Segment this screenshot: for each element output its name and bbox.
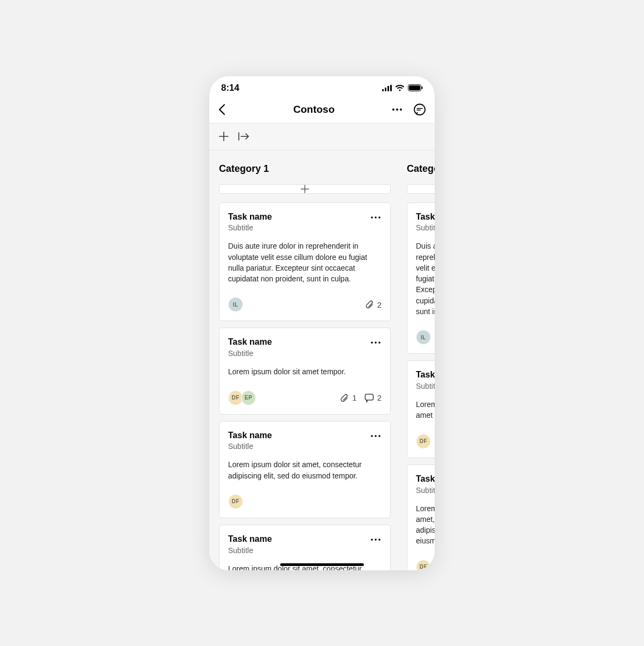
task-card[interactable]: Task name Subtitle Lorem ipsum dolor sit…: [407, 360, 435, 458]
plus-icon: [219, 132, 229, 141]
card-more-button[interactable]: [370, 430, 382, 440]
card-title: Task name: [228, 337, 272, 348]
card-description: Lorem ipsum dolor sit amet tempor.: [416, 399, 435, 421]
nav-more-button[interactable]: [391, 108, 404, 111]
card-description: Lorem ipsum dolor sit amet, consectetur …: [416, 503, 435, 547]
card-more-button[interactable]: [370, 337, 382, 346]
card-footer: DF: [416, 434, 435, 449]
avatar-group: DF: [416, 434, 429, 449]
expand-right-icon: [238, 132, 250, 141]
avatar-group: DF: [228, 494, 241, 509]
plus-icon: [301, 185, 309, 193]
svg-point-19: [375, 435, 377, 437]
card-more-button[interactable]: [370, 212, 382, 221]
battery-icon: [408, 84, 423, 91]
board[interactable]: Category 1 Task name Subtitle Duis aute …: [209, 150, 435, 570]
avatar-group: DF: [416, 560, 429, 570]
svg-point-18: [371, 435, 373, 437]
svg-rect-6: [422, 86, 423, 89]
card-subtitle: Subtitle: [228, 349, 272, 358]
more-horizontal-icon: [371, 341, 380, 344]
toolbar-expand-button[interactable]: [238, 132, 250, 141]
add-card-button[interactable]: [219, 184, 391, 194]
svg-point-10: [414, 104, 425, 115]
card-subtitle: Subtitle: [416, 486, 435, 495]
task-card[interactable]: Task name Subtitle Lorem ipsum dolor sit…: [219, 421, 391, 518]
page-frame: 8:14 Contoso: [0, 0, 644, 646]
card-title: Task name: [228, 534, 272, 545]
svg-point-13: [378, 216, 380, 219]
comment-icon: [364, 393, 374, 403]
svg-point-7: [392, 108, 394, 111]
phone-frame: 8:14 Contoso: [209, 76, 435, 570]
home-indicator: [280, 563, 364, 566]
card-title: Task name: [228, 212, 272, 223]
card-footer: DF: [416, 560, 435, 570]
status-bar: 8:14: [209, 76, 435, 97]
chat-button[interactable]: [413, 103, 426, 116]
avatar: EP: [241, 390, 256, 405]
avatar: IL: [228, 297, 243, 312]
nav-bar: Contoso: [209, 97, 435, 124]
svg-rect-1: [385, 88, 386, 91]
task-card[interactable]: Task name Subtitle Duis aute irure dolor…: [219, 202, 391, 322]
card-title: Task name: [416, 369, 435, 381]
task-card[interactable]: Task name Subtitle Duis aute irure dolor…: [407, 202, 435, 354]
column-title: Category 2: [407, 163, 435, 175]
card-title: Task name: [416, 212, 435, 223]
svg-rect-3: [390, 85, 392, 91]
card-subtitle: Subtitle: [228, 223, 272, 232]
card-description: Duis aute irure dolor in reprehenderit i…: [416, 241, 435, 317]
toolbar-add-button[interactable]: [219, 132, 229, 141]
svg-point-14: [371, 342, 373, 344]
card-description: Lorem ipsum dolor sit amet, consectetur …: [228, 459, 382, 481]
comment-count: 2: [364, 393, 382, 403]
task-card[interactable]: Task name Subtitle Lorem ipsum dolor sit…: [407, 464, 435, 570]
svg-rect-5: [409, 85, 420, 90]
board-column: Category 2 Task name Subtitle Duis aute …: [407, 163, 435, 570]
add-card-button[interactable]: [407, 184, 435, 194]
more-horizontal-icon: [371, 538, 380, 541]
back-button[interactable]: [218, 104, 225, 115]
svg-rect-0: [382, 89, 384, 91]
more-horizontal-icon: [392, 108, 402, 111]
avatar-group: DFEP: [228, 390, 254, 405]
svg-point-12: [375, 216, 377, 219]
page-title: Contoso: [237, 104, 391, 115]
avatar-group: IL: [228, 297, 241, 312]
svg-point-16: [378, 342, 380, 344]
card-title: Task name: [228, 430, 272, 441]
toolbar: [209, 124, 435, 150]
avatar: DF: [416, 434, 431, 449]
svg-point-11: [371, 216, 373, 219]
card-footer: DF: [228, 494, 382, 509]
avatar: DF: [416, 560, 431, 570]
svg-point-22: [375, 539, 377, 541]
avatar-group: IL: [416, 330, 429, 345]
svg-point-23: [378, 539, 380, 541]
status-time: 8:14: [221, 83, 239, 93]
cellular-icon: [382, 85, 392, 91]
column-title: Category 1: [219, 163, 391, 175]
avatar: IL: [416, 330, 431, 345]
card-more-button[interactable]: [370, 534, 382, 543]
board-column: Category 1 Task name Subtitle Duis aute …: [219, 163, 391, 570]
task-card[interactable]: Task name Subtitle Lorem ipsum dolor sit…: [219, 328, 391, 414]
svg-point-15: [375, 342, 377, 344]
svg-point-20: [378, 435, 380, 437]
attachment-icon: [365, 300, 374, 309]
svg-rect-17: [365, 394, 373, 400]
svg-point-21: [371, 539, 373, 541]
chevron-left-icon: [218, 104, 225, 115]
attachment-icon: [340, 393, 349, 403]
wifi-icon: [395, 85, 405, 91]
card-subtitle: Subtitle: [228, 546, 272, 555]
attachment-count: 2: [365, 300, 382, 309]
card-subtitle: Subtitle: [228, 442, 272, 451]
svg-rect-2: [387, 86, 389, 91]
svg-point-9: [400, 108, 402, 111]
status-icons: [382, 84, 423, 91]
card-title: Task name: [416, 474, 435, 485]
card-subtitle: Subtitle: [416, 223, 435, 232]
svg-point-8: [396, 108, 398, 111]
